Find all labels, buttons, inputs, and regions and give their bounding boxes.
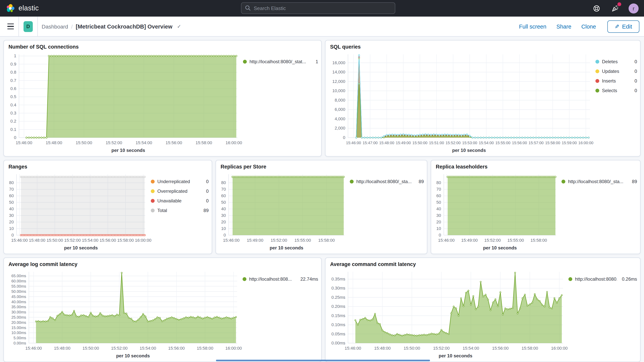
svg-text:70: 70 xyxy=(436,187,441,192)
panel-title[interactable]: Ranges xyxy=(4,160,212,170)
panel-replicas-per-store: Replicas per Store 8070605040302010015:4… xyxy=(216,160,427,254)
svg-text:15:56:00: 15:56:00 xyxy=(100,238,116,243)
edit-label: Edit xyxy=(622,23,632,30)
legend-item[interactable]: Updates0 xyxy=(596,68,637,74)
menu-icon[interactable] xyxy=(6,22,16,32)
svg-text:15:46:00: 15:46:00 xyxy=(346,141,361,145)
svg-text:80: 80 xyxy=(9,180,14,185)
legend-item[interactable]: http://localhost:8080/_sta...89 xyxy=(562,179,637,184)
chart-replica-leaseholders[interactable]: 8070605040302010015:46:0015:49:0015:52:0… xyxy=(434,170,562,252)
legend-series-value: 0 xyxy=(632,88,637,93)
legend-item[interactable]: http://localhost:8080/_sta...89 xyxy=(350,179,424,184)
user-avatar[interactable]: r xyxy=(628,3,638,13)
svg-text:0.35ms: 0.35ms xyxy=(332,276,345,282)
svg-text:15:54:00: 15:54:00 xyxy=(82,238,98,243)
svg-text:30.00ms: 30.00ms xyxy=(12,310,26,314)
legend-avg-log-commit-latency: http://localhost:808...22.74ms xyxy=(242,268,318,360)
svg-text:40: 40 xyxy=(9,206,14,211)
legend-series-label: Unavailable xyxy=(157,198,182,204)
help-button[interactable] xyxy=(592,3,602,13)
lifebuoy-icon xyxy=(593,4,600,12)
svg-text:15:46:00: 15:46:00 xyxy=(223,238,240,243)
legend-item[interactable]: http://localhost:808...22.74ms xyxy=(242,276,318,282)
svg-text:16:00:00: 16:00:00 xyxy=(135,238,152,243)
legend-item[interactable]: Underreplicated0 xyxy=(151,179,209,184)
clone-button[interactable]: Clone xyxy=(581,23,596,30)
svg-text:15:58:00: 15:58:00 xyxy=(545,141,560,145)
svg-text:0.00ms: 0.00ms xyxy=(332,340,345,346)
svg-text:0: 0 xyxy=(343,135,345,140)
chart-sql-connections[interactable]: 10.90.80.70.60.50.40.30.20.1015:46:0015:… xyxy=(6,50,243,154)
svg-text:0.6: 0.6 xyxy=(10,86,16,91)
panel-title[interactable]: Replicas per Store xyxy=(216,160,427,170)
svg-text:12,000: 12,000 xyxy=(332,79,345,84)
svg-text:4,000: 4,000 xyxy=(335,116,345,121)
newsfeed-button[interactable] xyxy=(610,3,620,13)
panel-title[interactable]: Average command commit latency xyxy=(326,258,640,267)
svg-text:15:55:00: 15:55:00 xyxy=(495,141,510,145)
panel-title[interactable]: Replica leaseholders xyxy=(431,160,640,170)
svg-text:15:54:00: 15:54:00 xyxy=(462,346,479,351)
svg-text:0.00ms: 0.00ms xyxy=(14,341,26,345)
legend-series-dot xyxy=(243,60,247,64)
dashboard-badge[interactable]: D xyxy=(24,21,33,32)
chart-sql-queries[interactable]: 16,00014,00012,00010,0008,0006,0004,0002… xyxy=(328,50,596,154)
panel-title[interactable]: SQL queries xyxy=(326,40,640,50)
svg-text:15:48:00: 15:48:00 xyxy=(374,346,391,351)
check-icon: ✓ xyxy=(177,24,181,29)
legend-item[interactable]: Deletes0 xyxy=(596,59,637,64)
svg-text:15:58:00: 15:58:00 xyxy=(196,140,212,145)
legend-item[interactable]: Inserts0 xyxy=(596,78,637,84)
svg-text:15:58:00: 15:58:00 xyxy=(522,346,538,351)
svg-text:15:50:00: 15:50:00 xyxy=(412,141,428,145)
legend-item[interactable]: Overreplicated0 xyxy=(151,188,209,194)
svg-text:0.8: 0.8 xyxy=(10,70,16,74)
elastic-logo[interactable]: elastic xyxy=(6,3,39,13)
svg-text:16:00:00: 16:00:00 xyxy=(578,141,594,145)
horizontal-scrollbar[interactable] xyxy=(216,360,430,361)
legend-item[interactable]: Unavailable0 xyxy=(151,198,209,204)
svg-text:10,000: 10,000 xyxy=(332,88,345,93)
legend-item[interactable]: http://localhost:8080/_stat...1 xyxy=(243,59,318,64)
legend-item[interactable]: http://localhost:8080...0.26ms xyxy=(568,276,637,282)
search-input[interactable] xyxy=(241,2,395,14)
svg-text:20: 20 xyxy=(9,220,14,224)
legend-ranges: Underreplicated0Overreplicated0Unavailab… xyxy=(151,170,209,252)
svg-text:70: 70 xyxy=(9,187,14,192)
legend-series-value: 0 xyxy=(632,59,637,64)
chart-replicas-per-store[interactable]: 8070605040302010015:46:0015:49:0015:52:0… xyxy=(218,170,350,252)
svg-text:per 10 seconds: per 10 seconds xyxy=(64,245,98,250)
svg-text:15:54:00: 15:54:00 xyxy=(140,346,156,351)
full-screen-button[interactable]: Full screen xyxy=(519,23,546,30)
svg-text:per 10 seconds: per 10 seconds xyxy=(116,353,150,358)
chart-ranges[interactable]: 8070605040302010015:46:0015:48:0015:50:0… xyxy=(6,170,151,252)
share-button[interactable]: Share xyxy=(556,23,571,30)
legend-item[interactable]: Total89 xyxy=(151,208,209,213)
chart-avg-log-commit-latency[interactable]: 65.00ms60.00ms55.00ms50.00ms45.00ms40.00… xyxy=(6,268,242,360)
svg-text:15:46:00: 15:46:00 xyxy=(11,238,28,243)
legend-series-label: Underreplicated xyxy=(157,179,190,184)
svg-text:15:58:00: 15:58:00 xyxy=(197,346,213,351)
edit-button[interactable]: ✎ Edit xyxy=(608,20,639,32)
svg-text:15:55:00: 15:55:00 xyxy=(294,238,311,243)
svg-text:0.3: 0.3 xyxy=(10,111,16,116)
panel-title[interactable]: Number of SQL connections xyxy=(4,40,321,50)
panel-title[interactable]: Average log commit latency xyxy=(4,258,321,267)
legend-series-dot xyxy=(568,277,572,281)
brand-name: elastic xyxy=(18,4,39,12)
svg-text:15:50:00: 15:50:00 xyxy=(82,346,99,351)
svg-text:0.10ms: 0.10ms xyxy=(332,322,345,327)
svg-text:15:55:00: 15:55:00 xyxy=(508,238,524,243)
legend-series-value: 22.74ms xyxy=(298,276,318,282)
svg-text:per 10 seconds: per 10 seconds xyxy=(483,245,517,250)
breadcrumb-dashboard-link[interactable]: Dashboard xyxy=(42,23,68,30)
legend-series-value: 0 xyxy=(204,188,209,194)
chart-avg-command-commit-latency[interactable]: 0.35ms0.30ms0.25ms0.20ms0.15ms0.10ms0.05… xyxy=(328,268,568,360)
svg-text:10: 10 xyxy=(221,226,226,231)
global-header: elastic xyxy=(0,0,644,16)
legend-series-value: 89 xyxy=(416,179,424,184)
legend-item[interactable]: Selects0 xyxy=(596,88,637,93)
svg-text:8,000: 8,000 xyxy=(335,98,345,102)
panel-replica-leaseholders: Replica leaseholders 8070605040302010015… xyxy=(431,160,640,254)
svg-text:15.00ms: 15.00ms xyxy=(12,326,26,330)
